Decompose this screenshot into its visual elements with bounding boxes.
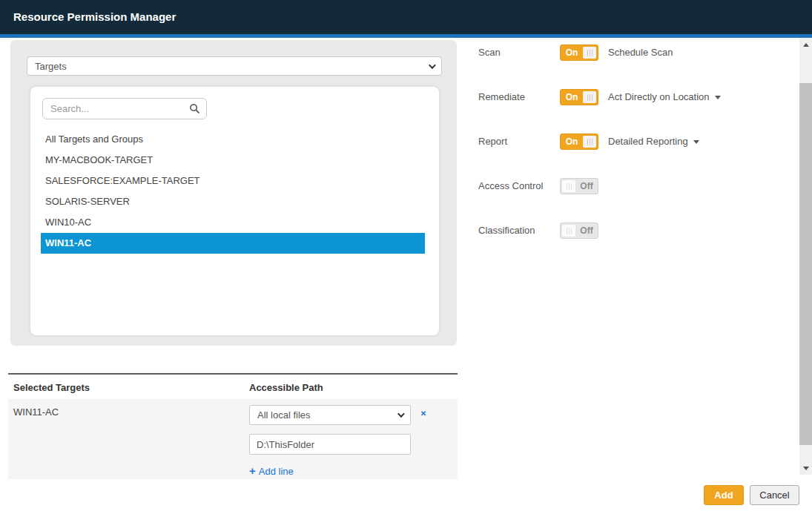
path-type-select[interactable]: All local files [249,405,411,425]
chevron-down-icon [429,62,436,69]
scan-label: Scan [478,45,555,61]
remediate-mode-dropdown[interactable]: Act Directly on Location [608,89,721,105]
targets-group-select[interactable]: Targets [27,56,442,76]
remediate-label: Remediate [478,89,555,105]
report-label: Report [478,134,555,150]
target-list-item-selected[interactable]: WIN11-AC [41,233,425,254]
triangle-down-icon [803,467,809,470]
access-control-toggle[interactable]: Off [560,178,598,194]
caret-down-icon [715,96,721,99]
targets-group-select-value: Targets [35,61,429,72]
add-button[interactable]: Add [704,485,744,505]
search-input[interactable] [42,98,207,119]
scrollbar-thumb[interactable] [799,83,812,445]
accent-strip [0,34,812,38]
scroll-down-button[interactable] [799,461,812,475]
toggle-state-text: Off [575,179,598,194]
toggle-grip-icon [562,180,575,192]
title-bar: Resource Permission Manager [0,0,812,34]
target-list-item[interactable]: SOLARIS-SERVER [41,191,425,212]
cancel-button[interactable]: Cancel [750,485,799,505]
search-icon [189,103,200,114]
scrollbar-track[interactable] [799,38,812,475]
scroll-up-button[interactable] [799,38,812,51]
target-list-item[interactable]: SALESFORCE:EXAMPLE-TARGET [41,171,425,191]
toggle-state-text: Off [575,223,598,238]
triangle-up-icon [803,43,809,47]
toggle-grip-icon [583,136,596,148]
target-list-item[interactable]: MY-MACBOOK-TARGET [41,150,425,171]
dialog-title: Resource Permission Manager [0,0,812,34]
toggle-state-text: On [561,134,583,149]
close-icon: ✕ [420,409,426,418]
caret-down-icon [693,140,699,144]
target-list: All Targets and Groups MY-MACBOOK-TARGET… [41,129,425,254]
classification-label: Classification [478,223,555,239]
plus-icon: + [249,464,256,477]
chevron-down-icon [397,410,405,418]
table-separator-line [8,373,458,375]
toggle-state-text: On [561,90,583,105]
classification-toggle[interactable]: Off [560,223,598,239]
target-list-item[interactable]: WIN10-AC [41,212,425,233]
scan-toggle[interactable]: On [560,45,598,61]
toggle-grip-icon [583,91,596,103]
report-toggle[interactable]: On [560,134,598,150]
remove-row-button[interactable]: ✕ [417,408,429,420]
toggle-grip-icon [583,47,596,59]
selected-targets-header: Selected Targets [13,382,90,393]
report-mode-dropdown[interactable]: Detailed Reporting [608,134,699,150]
toggle-grip-icon [562,225,575,237]
schedule-scan-label: Schedule Scan [608,45,673,61]
path-input[interactable] [249,434,411,455]
access-control-label: Access Control [478,178,555,194]
add-line-button[interactable]: +Add line [249,464,294,477]
target-name-cell: WIN11-AC [13,406,59,418]
path-type-select-value: All local files [257,409,397,421]
target-list-item[interactable]: All Targets and Groups [41,129,425,150]
remediate-toggle[interactable]: On [560,89,598,105]
target-list-card: All Targets and Groups MY-MACBOOK-TARGET… [30,87,439,335]
toggle-state-text: On [561,45,583,60]
accessible-path-header: Accessible Path [249,382,323,393]
targets-panel: Targets All Targets and Groups MY-MACBOO… [10,40,457,346]
